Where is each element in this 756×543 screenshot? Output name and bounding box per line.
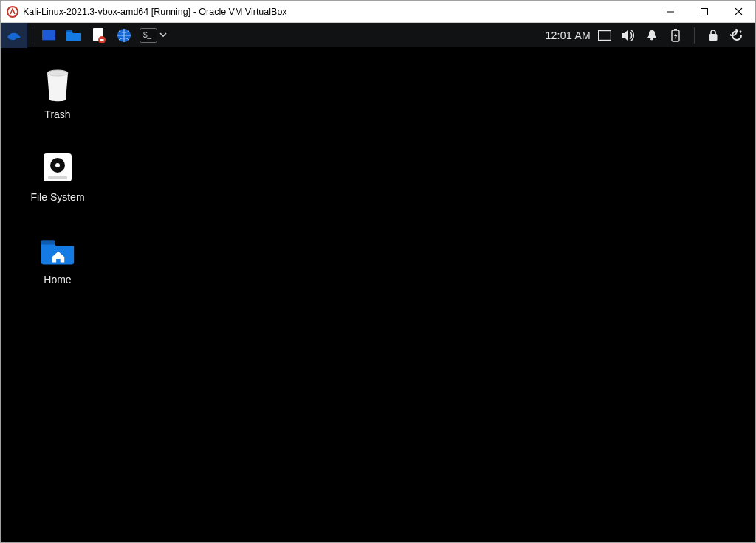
svg-rect-8	[100, 39, 104, 41]
power-session-icon[interactable]	[730, 29, 743, 42]
desktop-icon-label: Trash	[44, 108, 70, 120]
desktop-icon-grid: Trash File System	[17, 67, 98, 286]
svg-rect-1	[667, 11, 674, 12]
home-folder-icon	[40, 232, 75, 268]
desktop-icon-trash[interactable]: Trash	[17, 67, 98, 120]
virtualbox-window: Kali-Linux-2021.3-vbox-amd64 [Running] -…	[0, 0, 756, 543]
xfce-panel: $_ 12:01 AM	[1, 23, 755, 48]
virtualbox-icon	[7, 6, 18, 18]
panel-dock: $_	[38, 27, 168, 44]
desktop[interactable]: Trash File System	[1, 48, 755, 542]
workspace-switcher-icon[interactable]	[598, 29, 611, 42]
svg-rect-2	[701, 8, 708, 15]
guest-os-viewport: $_ 12:01 AM	[1, 23, 755, 542]
maximize-button[interactable]	[687, 1, 721, 23]
application-menu-button[interactable]	[1, 23, 27, 48]
virtualbox-title: Kali-Linux-2021.3-vbox-amd64 [Running] -…	[23, 7, 287, 17]
drive-icon	[40, 150, 75, 185]
trash-icon	[40, 67, 75, 103]
terminal-button[interactable]: $_	[139, 27, 168, 44]
svg-point-47	[55, 163, 60, 167]
desktop-icon-label: Home	[44, 274, 71, 286]
desktop-icon-label: File System	[30, 191, 84, 203]
svg-rect-15	[674, 29, 677, 30]
system-tray	[598, 27, 743, 44]
panel-separator	[694, 27, 695, 44]
svg-rect-48	[48, 176, 67, 179]
svg-rect-49	[41, 240, 55, 244]
minimize-button[interactable]	[653, 1, 687, 23]
web-browser-button[interactable]	[114, 27, 134, 44]
text-editor-button[interactable]	[89, 27, 109, 44]
svg-rect-3	[42, 30, 55, 40]
svg-text:$_: $_	[143, 31, 152, 39]
show-desktop-button[interactable]	[38, 27, 59, 44]
notifications-icon[interactable]	[645, 29, 659, 42]
desktop-icon-filesystem[interactable]: File System	[17, 150, 98, 203]
lock-screen-icon[interactable]	[707, 29, 720, 42]
svg-rect-16	[709, 34, 718, 41]
file-manager-button[interactable]	[63, 27, 84, 44]
volume-icon[interactable]	[622, 29, 635, 42]
panel-separator	[32, 27, 32, 44]
close-button[interactable]	[721, 1, 755, 23]
virtualbox-titlebar[interactable]: Kali-Linux-2021.3-vbox-amd64 [Running] -…	[1, 1, 755, 23]
svg-rect-4	[42, 40, 55, 41]
desktop-icon-home[interactable]: Home	[17, 232, 98, 286]
svg-rect-12	[599, 30, 611, 40]
panel-clock[interactable]: 12:01 AM	[545, 30, 591, 41]
svg-rect-5	[66, 30, 72, 32]
battery-icon[interactable]	[669, 29, 682, 42]
svg-rect-13	[650, 38, 653, 40]
